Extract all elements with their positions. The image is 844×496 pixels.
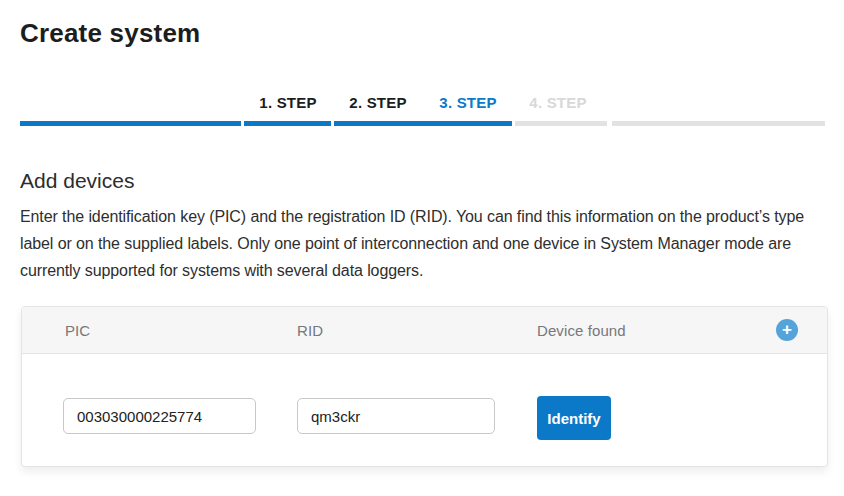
stepper-step-2[interactable]: 2. STEP — [334, 94, 422, 111]
progress-segment-step1 — [244, 121, 331, 126]
stepper-step-3[interactable]: 3. STEP — [424, 94, 512, 111]
progress-segment-tail — [612, 121, 825, 126]
device-table-body: Identify — [22, 354, 827, 466]
pic-input[interactable] — [63, 398, 256, 434]
add-device-button[interactable]: + — [776, 319, 798, 341]
stepper-step-1[interactable]: 1. STEP — [244, 94, 332, 111]
device-table-header: PIC RID Device found + — [22, 307, 827, 354]
section-heading: Add devices — [20, 169, 134, 193]
plus-icon: + — [782, 321, 792, 338]
column-header-device-found: Device found — [537, 322, 626, 339]
stepper-step-4: 4. STEP — [514, 94, 602, 111]
column-header-rid: RID — [297, 322, 323, 339]
page-title: Create system — [20, 18, 200, 49]
device-table-card: PIC RID Device found + Identify — [21, 306, 828, 467]
section-description: Enter the identification key (PIC) and t… — [20, 203, 826, 284]
identify-button[interactable]: Identify — [537, 396, 611, 440]
progress-segment-step2-3 — [334, 121, 512, 126]
progress-segment-intro — [20, 121, 241, 126]
rid-input[interactable] — [297, 398, 495, 434]
progress-segment-step4 — [515, 121, 607, 126]
column-header-pic: PIC — [65, 322, 90, 339]
